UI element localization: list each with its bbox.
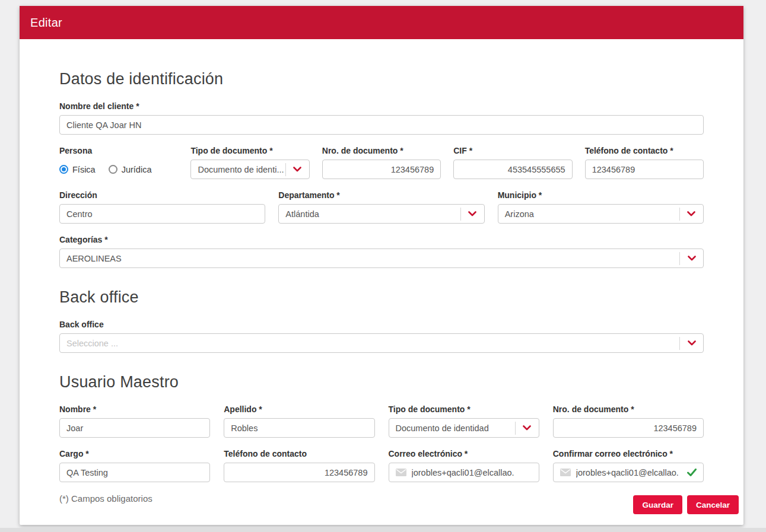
chevron-down-icon	[680, 340, 703, 346]
departamento-select[interactable]: Atlántida	[278, 204, 484, 224]
required-fields-note: (*) Campos obligatorios	[59, 493, 704, 504]
departamento-label: Departamento *	[278, 190, 484, 200]
um-tipo-documento-field: Tipo de documento * Documento de identid…	[389, 404, 539, 438]
um-correo-field: Correo electrónico * jorobles+qacli01@el…	[389, 449, 539, 482]
chevron-down-icon	[680, 256, 703, 261]
nombre-cliente-input[interactable]	[59, 115, 704, 135]
cif-input[interactable]	[453, 160, 572, 179]
municipio-field: Municipio * Arizona	[498, 190, 704, 224]
categorias-field: Categorías * AEROLINEAS	[59, 235, 704, 268]
um-confirmar-correo-label: Confirmar correo electrónico *	[553, 449, 704, 458]
municipio-select[interactable]: Arizona	[498, 204, 704, 224]
nro-documento-input[interactable]	[322, 160, 441, 179]
cif-label: CIF *	[453, 146, 572, 155]
departamento-value: Atlántida	[279, 209, 460, 219]
back-office-field: Back office Seleccione ...	[59, 320, 704, 353]
row-categorias: Categorías * AEROLINEAS	[59, 235, 704, 268]
cancel-button[interactable]: Cancelar	[687, 495, 739, 514]
row-nombre-cliente: Nombre del cliente *	[59, 101, 704, 135]
um-apellido-input[interactable]	[224, 418, 374, 438]
check-valid-icon	[687, 469, 697, 476]
radio-selected-icon	[59, 165, 68, 174]
radio-juridica-label: Jurídica	[122, 165, 152, 174]
back-office-label: Back office	[59, 320, 704, 329]
dialog-title: Editar	[30, 16, 62, 30]
um-telefono-input[interactable]	[224, 463, 374, 482]
telefono-contacto-input[interactable]	[585, 160, 704, 179]
municipio-value: Arizona	[498, 209, 679, 219]
categorias-label: Categorías *	[59, 235, 704, 244]
back-office-select[interactable]: Seleccione ...	[59, 333, 704, 353]
row-back-office: Back office Seleccione ...	[59, 320, 704, 353]
dialog-body: Datos de identificación Nombre del clien…	[20, 70, 743, 504]
chevron-down-icon	[286, 167, 309, 172]
row-persona-documento: Persona Física Jurídica Tipo de document…	[59, 146, 704, 179]
um-cargo-input[interactable]	[59, 463, 210, 482]
um-confirmar-correo-field: Confirmar correo electrónico * jorobles+…	[553, 449, 704, 482]
um-cargo-field: Cargo *	[59, 449, 210, 482]
um-nro-documento-field: Nro. de documento *	[553, 404, 704, 438]
um-confirmar-correo-value: jorobles+qacli01@elcallao.	[576, 468, 679, 477]
envelope-icon	[560, 469, 571, 476]
dialog-header: Editar	[20, 6, 743, 39]
edit-dialog: Editar Datos de identificación Nombre de…	[20, 6, 743, 525]
um-apellido-label: Apellido *	[224, 404, 374, 414]
row-direccion: Dirección Departamento * Atlántida Munic…	[59, 190, 704, 224]
tipo-documento-value: Documento de identi...	[191, 165, 285, 174]
section-title-usuario-maestro: Usuario Maestro	[59, 373, 704, 391]
um-telefono-label: Teléfono de contacto	[224, 449, 374, 458]
um-confirmar-correo-input[interactable]: jorobles+qacli01@elcallao.	[553, 463, 704, 482]
tipo-documento-select[interactable]: Documento de identi...	[190, 160, 309, 179]
horizontal-scrollbar[interactable]	[0, 528, 766, 532]
radio-fisica[interactable]: Física	[59, 165, 96, 174]
nro-documento-label: Nro. de documento *	[322, 146, 441, 155]
radio-fisica-label: Física	[72, 165, 96, 174]
persona-radio-group: Física Jurídica	[59, 160, 178, 179]
tipo-documento-field: Tipo de documento * Documento de identi.…	[190, 146, 309, 179]
envelope-icon	[396, 469, 406, 476]
um-nro-documento-label: Nro. de documento *	[553, 404, 704, 414]
telefono-contacto-label: Teléfono de contacto *	[585, 146, 704, 155]
um-cargo-label: Cargo *	[59, 449, 210, 458]
um-nombre-label: Nombre *	[59, 404, 210, 414]
um-tipo-documento-value: Documento de identidad	[389, 423, 515, 433]
um-nombre-field: Nombre *	[59, 404, 210, 438]
um-correo-label: Correo electrónico *	[389, 449, 539, 458]
direccion-label: Dirección	[59, 190, 265, 200]
categorias-value: AEROLINEAS	[60, 254, 679, 263]
radio-unselected-icon	[109, 165, 117, 174]
save-button[interactable]: Guardar	[633, 495, 682, 514]
categorias-select[interactable]: AEROLINEAS	[59, 249, 704, 268]
direccion-input[interactable]	[59, 204, 265, 224]
back-office-placeholder: Seleccione ...	[60, 339, 679, 348]
radio-juridica[interactable]: Jurídica	[109, 165, 152, 174]
tipo-documento-label: Tipo de documento *	[190, 146, 309, 155]
departamento-field: Departamento * Atlántida	[278, 190, 484, 224]
um-tipo-documento-label: Tipo de documento *	[389, 404, 539, 414]
um-apellido-field: Apellido *	[224, 404, 374, 438]
persona-field: Persona Física Jurídica	[59, 146, 178, 179]
municipio-label: Municipio *	[498, 190, 704, 200]
chevron-down-icon	[461, 211, 484, 216]
row-um-cargo: Cargo * Teléfono de contacto Correo elec…	[59, 449, 704, 482]
direccion-field: Dirección	[59, 190, 265, 224]
chevron-down-icon	[516, 425, 539, 431]
section-title-back-office: Back office	[59, 288, 704, 307]
row-um-nombre: Nombre * Apellido * Tipo de documento * …	[59, 404, 704, 438]
nro-documento-field: Nro. de documento *	[322, 146, 441, 179]
um-correo-input[interactable]: jorobles+qacli01@elcallao.	[389, 463, 539, 482]
dialog-actions: Guardar Cancelar	[633, 495, 739, 514]
chevron-down-icon	[680, 211, 703, 216]
cif-field: CIF *	[453, 146, 572, 179]
section-title-identificacion: Datos de identificación	[59, 70, 704, 88]
um-telefono-field: Teléfono de contacto	[224, 449, 374, 482]
persona-label: Persona	[59, 146, 178, 155]
nombre-cliente-label: Nombre del cliente *	[59, 101, 704, 111]
um-tipo-documento-select[interactable]: Documento de identidad	[389, 418, 539, 438]
um-correo-value: jorobles+qacli01@elcallao.	[412, 468, 514, 477]
um-nro-documento-input[interactable]	[553, 418, 704, 438]
um-nombre-input[interactable]	[59, 418, 210, 438]
telefono-contacto-field: Teléfono de contacto *	[585, 146, 704, 179]
